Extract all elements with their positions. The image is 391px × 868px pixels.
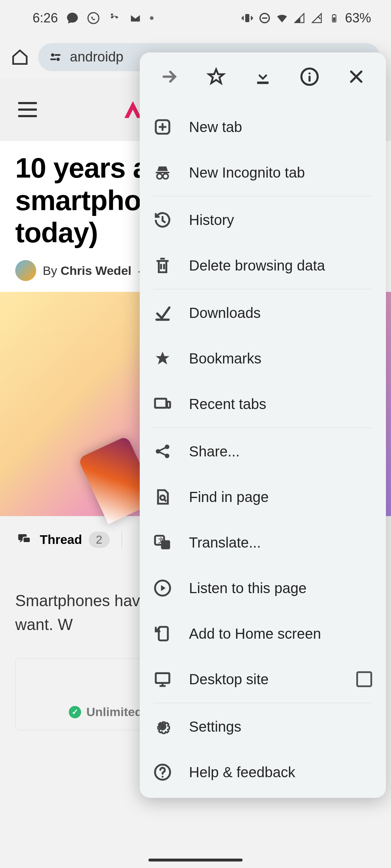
status-time: 6:26	[33, 10, 58, 26]
menu-incognito[interactable]: New Incognito tab	[140, 150, 386, 195]
translate-icon: 文	[154, 533, 172, 552]
menu-item-label: Share...	[189, 443, 240, 460]
menu-desktop-site[interactable]: Desktop site	[140, 656, 386, 702]
menu-recent-tabs[interactable]: Recent tabs	[140, 381, 386, 427]
history-icon	[154, 211, 172, 229]
vibrate-icon	[241, 12, 254, 25]
svg-rect-5	[333, 14, 335, 15]
gesture-bar[interactable]	[148, 859, 243, 861]
desktop-site-checkbox[interactable]	[356, 671, 372, 687]
menu-item-label: Downloads	[189, 305, 261, 321]
menu-item-label: Translate...	[189, 535, 261, 551]
wifi-icon	[276, 12, 289, 25]
help-icon	[154, 763, 172, 781]
svg-rect-26	[156, 673, 169, 683]
dnd-icon	[258, 12, 271, 25]
gear-icon	[154, 718, 172, 736]
menu-bookmarks[interactable]: Bookmarks	[140, 336, 386, 381]
menu-item-label: Settings	[189, 719, 241, 735]
menu-item-label: Recent tabs	[189, 396, 266, 412]
home-icon[interactable]	[11, 48, 29, 66]
comments-icon[interactable]	[15, 532, 33, 547]
new-tab-icon	[154, 118, 172, 136]
menu-add-home[interactable]: Add to Home screen	[140, 611, 386, 656]
star-icon	[154, 349, 172, 367]
menu-toolbar	[140, 52, 386, 101]
trash-icon	[154, 256, 172, 275]
menu-new-tab[interactable]: New tab	[140, 104, 386, 150]
hamburger-menu-icon[interactable]	[18, 102, 37, 117]
menu-divider	[154, 703, 372, 703]
mail-icon	[129, 12, 142, 25]
missed-call-icon	[108, 12, 121, 25]
menu-help[interactable]: Help & feedback	[140, 749, 386, 795]
svg-rect-16	[167, 402, 170, 408]
menu-item-label: Help & feedback	[189, 764, 295, 780]
signal-2-icon	[310, 12, 323, 25]
svg-rect-10	[257, 82, 269, 84]
menu-item-label: Bookmarks	[189, 350, 261, 367]
svg-rect-4	[333, 17, 335, 21]
svg-point-14	[163, 174, 168, 179]
battery-percent: 63%	[345, 10, 371, 26]
check-circle-icon: ✓	[69, 706, 81, 718]
menu-settings[interactable]: Settings	[140, 704, 386, 749]
menu-item-label: Listen to this page	[189, 580, 307, 596]
menu-divider	[154, 196, 372, 196]
menu-item-label: Desktop site	[189, 671, 269, 688]
menu-item-label: New Incognito tab	[189, 165, 305, 181]
by-label: By	[43, 264, 60, 277]
svg-point-6	[51, 53, 54, 56]
svg-rect-15	[155, 399, 166, 408]
chat-icon	[66, 12, 79, 25]
menu-item-label: History	[189, 212, 234, 228]
menu-share[interactable]: Share...	[140, 429, 386, 474]
close-button[interactable]	[345, 66, 367, 88]
info-button[interactable]	[299, 66, 320, 88]
svg-rect-25	[159, 627, 168, 641]
svg-point-7	[56, 58, 60, 61]
menu-item-label: Add to Home screen	[189, 626, 321, 642]
status-right: 63%	[241, 10, 371, 26]
thread-label[interactable]: Thread	[40, 532, 82, 547]
menu-item-label: Find in page	[189, 489, 269, 505]
menu-listen[interactable]: Listen to this page	[140, 565, 386, 611]
downloads-icon	[154, 304, 172, 322]
overflow-menu: New tab New Incognito tab History Delete…	[140, 52, 386, 798]
svg-point-0	[88, 13, 99, 24]
find-in-page-icon	[154, 488, 172, 506]
svg-rect-9	[23, 537, 30, 542]
desktop-icon	[154, 670, 172, 688]
whatsapp-icon	[87, 12, 100, 25]
play-circle-icon	[154, 579, 172, 597]
status-bar: 6:26 63%	[0, 0, 391, 36]
share-icon	[154, 442, 172, 460]
menu-item-label: Delete browsing data	[189, 258, 325, 274]
site-settings-icon	[49, 51, 62, 64]
thread-count-badge: 2	[89, 532, 110, 548]
divider	[122, 531, 122, 549]
menu-divider	[154, 289, 372, 289]
forward-button[interactable]	[159, 66, 180, 88]
download-button[interactable]	[252, 66, 274, 88]
svg-point-13	[157, 174, 162, 179]
menu-list: New tab New Incognito tab History Delete…	[140, 101, 386, 798]
svg-text:文: 文	[158, 537, 164, 544]
menu-downloads[interactable]: Downloads	[140, 290, 386, 336]
signal-1-icon	[293, 12, 306, 25]
svg-rect-1	[245, 14, 249, 22]
menu-history[interactable]: History	[140, 197, 386, 243]
byline-text: By Chris Wedel —	[43, 264, 151, 278]
menu-delete-data[interactable]: Delete browsing data	[140, 243, 386, 288]
menu-item-label: New tab	[189, 119, 242, 135]
battery-icon	[328, 12, 341, 25]
incognito-icon	[154, 163, 172, 182]
bookmark-star-button[interactable]	[205, 66, 227, 88]
menu-translate[interactable]: 文 Translate...	[140, 520, 386, 565]
url-text: androidp	[70, 49, 123, 65]
author-avatar[interactable]	[15, 260, 36, 281]
status-left: 6:26	[33, 10, 154, 26]
menu-find[interactable]: Find in page	[140, 474, 386, 520]
menu-divider	[154, 427, 372, 428]
author-name[interactable]: Chris Wedel	[60, 264, 131, 277]
